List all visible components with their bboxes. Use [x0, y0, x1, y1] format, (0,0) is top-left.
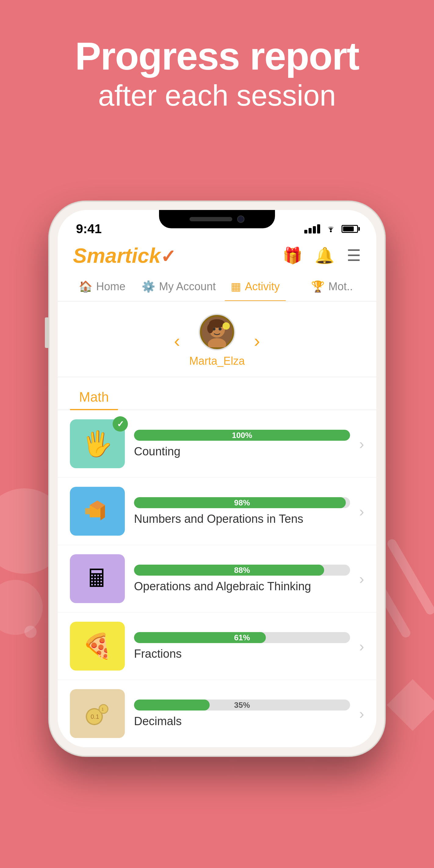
progress-bar-operations: 88%	[134, 565, 350, 576]
status-icons	[304, 220, 358, 235]
menu-icon[interactable]: ☰	[347, 246, 361, 265]
prev-user-button[interactable]: ‹	[174, 330, 180, 351]
chevron-right-numbers: ›	[359, 503, 364, 520]
tab-home[interactable]: 🏠 Home	[64, 272, 141, 301]
tab-activity-label: Activity	[245, 280, 280, 293]
svg-point-0	[330, 230, 332, 232]
battery-icon	[342, 225, 358, 233]
home-icon: 🏠	[79, 280, 92, 293]
header-icons: 🎁 🔔 ☰	[283, 246, 361, 265]
avatar	[199, 314, 235, 350]
thumb-fractions: 🍕	[70, 622, 125, 671]
activity-icon: ▦	[231, 280, 241, 293]
chevron-right-operations: ›	[359, 570, 364, 587]
signal-bar-2	[309, 228, 312, 234]
activity-info-operations: 88% Operations and Algebraic Thinking	[134, 565, 350, 593]
svg-text:0.1: 0.1	[91, 713, 99, 720]
activity-label-numbers: Numbers and Operations in Tens	[134, 513, 350, 526]
activity-info-fractions: 61% Fractions	[134, 632, 350, 660]
camera	[237, 215, 245, 223]
activity-info-numbers: 98% Numbers and Operations in Tens	[134, 497, 350, 526]
page-header: Progress report after each session	[0, 37, 434, 112]
notch	[159, 210, 275, 228]
activity-info-counting: 100% Counting	[134, 430, 350, 458]
tab-my-account-label: My Account	[159, 280, 216, 293]
user-selector: ‹	[58, 302, 376, 377]
header-title-line2: after each session	[0, 79, 434, 112]
signal-bars	[304, 224, 320, 234]
thumb-numbers	[70, 487, 125, 536]
svg-marker-12	[85, 508, 93, 514]
chevron-right-decimals: ›	[359, 705, 364, 722]
subject-tabs: Math	[58, 377, 376, 410]
activity-label-decimals: Decimals	[134, 715, 350, 728]
phone-screen: 9:41	[58, 210, 376, 747]
progress-bar-fractions: 61%	[134, 632, 350, 643]
status-time: 9:41	[76, 219, 102, 236]
signal-bar-4	[317, 224, 320, 234]
progress-text-operations: 88%	[134, 565, 350, 575]
next-user-button[interactable]: ›	[254, 330, 260, 351]
chevron-right-counting: ›	[359, 436, 364, 452]
phone-device: 9:41	[43, 202, 391, 756]
progress-text-fractions: 61%	[134, 633, 350, 642]
progress-text-counting: 100%	[134, 430, 350, 440]
activity-item-decimals[interactable]: 0.1 1 35% Decimals	[58, 680, 376, 747]
activity-label-operations: Operations and Algebraic Thinking	[134, 580, 350, 593]
activity-item-fractions[interactable]: 🍕 61% Fractions ›	[58, 613, 376, 680]
activity-item-counting[interactable]: 🖐 ✓ 100% Counting ›	[58, 410, 376, 478]
signal-bar-1	[304, 230, 307, 234]
svg-point-8	[222, 322, 230, 330]
tab-more[interactable]: 🏆 Mot...	[293, 272, 370, 301]
svg-text:1: 1	[102, 707, 104, 711]
app-logo: Smartick✓	[73, 244, 176, 267]
activity-label-fractions: Fractions	[134, 647, 350, 660]
signal-bar-3	[313, 226, 316, 234]
status-bar: 9:41	[58, 210, 376, 236]
activity-label-counting: Counting	[134, 445, 350, 458]
progress-bar-numbers: 98%	[134, 497, 350, 508]
tab-more-label: Mot...	[329, 280, 353, 293]
progress-text-decimals: 35%	[134, 700, 350, 710]
app-header: Smartick✓ 🎁 🔔 ☰	[58, 236, 376, 267]
progress-text-numbers: 98%	[134, 498, 350, 507]
activity-list: 🖐 ✓ 100% Counting ›	[58, 410, 376, 747]
bell-icon[interactable]: 🔔	[315, 246, 335, 265]
chevron-right-fractions: ›	[359, 638, 364, 655]
phone-frame: 9:41	[49, 202, 385, 756]
speaker	[189, 217, 232, 221]
check-badge: ✓	[113, 416, 128, 432]
thumb-decimals: 0.1 1	[70, 689, 125, 738]
svg-point-7	[207, 323, 213, 333]
gift-icon[interactable]: 🎁	[283, 246, 303, 265]
user-name: Marta_Elza	[189, 355, 245, 368]
tab-activity[interactable]: ▦ Activity	[217, 272, 293, 301]
activity-item-numbers[interactable]: 98% Numbers and Operations in Tens ›	[58, 478, 376, 545]
header-title-line1: Progress report	[0, 37, 434, 76]
progress-bar-counting: 100%	[134, 430, 350, 441]
tab-home-label: Home	[96, 280, 125, 293]
tab-navigation: 🏠 Home ⚙️ My Account ▦ Activity 🏆 Mot...	[58, 272, 376, 302]
subject-tab-math[interactable]: Math	[70, 384, 118, 410]
thumb-operations: 🖩	[70, 554, 125, 603]
activity-item-operations[interactable]: 🖩 88% Operations and Algebraic Thinking …	[58, 545, 376, 613]
activity-info-decimals: 35% Decimals	[134, 700, 350, 728]
trophy-icon: 🏆	[311, 280, 325, 293]
account-icon: ⚙️	[142, 280, 155, 293]
wifi-icon	[325, 223, 337, 235]
tab-my-account[interactable]: ⚙️ My Account	[141, 272, 217, 301]
svg-point-5	[219, 328, 222, 331]
user-avatar-container: Marta_Elza	[189, 314, 245, 368]
thumb-counting: 🖐 ✓	[70, 420, 125, 468]
progress-bar-decimals: 35%	[134, 700, 350, 711]
